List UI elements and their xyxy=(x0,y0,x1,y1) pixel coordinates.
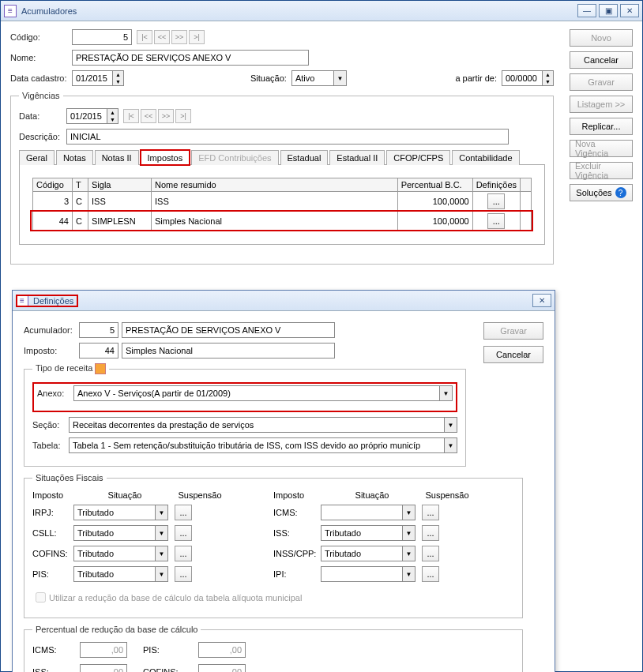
chevron-down-icon[interactable]: ▼ xyxy=(402,567,415,581)
chevron-down-icon[interactable]: ▼ xyxy=(439,386,452,400)
chevron-down-icon[interactable]: ▼ xyxy=(402,546,415,561)
chevron-down-icon[interactable]: ▼ xyxy=(402,505,415,520)
nav-first[interactable]: |< xyxy=(137,30,152,44)
sf-select[interactable]: Tributado▼ xyxy=(73,505,168,520)
maximize-button[interactable]: ▣ xyxy=(599,4,618,17)
listagem-button[interactable]: Listagem >> xyxy=(570,96,633,113)
tab-impostos[interactable]: Impostos xyxy=(141,150,190,165)
dialog-close-button[interactable]: ✕ xyxy=(532,294,551,307)
definicoes-button[interactable]: ... xyxy=(487,193,505,209)
chevron-down-icon[interactable]: ▼ xyxy=(155,567,167,581)
nav-last[interactable]: >| xyxy=(189,30,205,44)
sf-suspend-button[interactable]: ... xyxy=(175,546,192,561)
spin-down-icon[interactable]: ▼ xyxy=(542,78,553,85)
situacao-select[interactable]: Ativo▼ xyxy=(291,70,347,86)
vig-nav-first[interactable]: |< xyxy=(123,109,139,123)
tab-notas-ii[interactable]: Notas II xyxy=(95,150,139,165)
apartir-field[interactable]: 00/0000 ▲▼ xyxy=(502,70,554,86)
nova-vigencia-button[interactable]: Nova Vigência xyxy=(570,140,633,157)
spin-up-icon[interactable]: ▲ xyxy=(112,71,123,78)
tab-estadual-ii[interactable]: Estadual II xyxy=(329,150,385,165)
vig-nav-next[interactable]: >> xyxy=(158,109,174,123)
nome-label: Nome: xyxy=(10,53,72,62)
help-icon: ? xyxy=(615,187,626,198)
sf-select[interactable]: Tributado▼ xyxy=(73,566,168,582)
sf-label: INSS/CPP: xyxy=(273,549,321,558)
sf-select[interactable]: ▼ xyxy=(321,505,416,520)
grid-header[interactable]: T xyxy=(73,178,88,192)
perc-label: COFINS: xyxy=(143,667,190,672)
tab-contabilidade[interactable]: Contabilidade xyxy=(452,150,519,165)
perc-label: ISS: xyxy=(32,667,72,672)
perc-field: ,00 xyxy=(80,664,127,672)
nome-field[interactable]: PRESTAÇÃO DE SERVIÇOS ANEXO V xyxy=(72,50,309,66)
chevron-down-icon[interactable]: ▼ xyxy=(155,505,167,520)
sf-suspend-button[interactable]: ... xyxy=(175,566,192,582)
novo-button[interactable]: Novo xyxy=(570,29,633,47)
sf-suspend-button[interactable]: ... xyxy=(422,525,439,541)
sf-suspend-button[interactable]: ... xyxy=(422,505,439,520)
grid-header[interactable]: Definições xyxy=(472,178,520,192)
vig-desc-label: Descrição: xyxy=(19,132,66,141)
dialog-title: Definições xyxy=(33,296,73,306)
chevron-down-icon[interactable]: ▼ xyxy=(155,546,167,561)
nav-next[interactable]: >> xyxy=(171,30,187,44)
dlg-imp-label: Imposto: xyxy=(24,346,79,355)
anexo-label: Anexo: xyxy=(37,389,73,398)
sf-label: IPI: xyxy=(273,569,321,579)
sf-select[interactable]: Tributado▼ xyxy=(321,525,416,541)
spin-down-icon[interactable]: ▼ xyxy=(112,78,123,85)
dlg-acum-name: PRESTAÇÃO DE SERVIÇOS ANEXO V xyxy=(122,322,335,338)
chevron-down-icon[interactable]: ▼ xyxy=(333,71,346,85)
chevron-down-icon[interactable]: ▼ xyxy=(155,526,167,540)
definicoes-button[interactable]: ... xyxy=(487,213,505,229)
table-row[interactable]: 44CSIMPLESNSimples Nacional100,0000... xyxy=(33,212,532,231)
chevron-down-icon[interactable]: ▼ xyxy=(444,418,457,432)
excluir-vigencia-button[interactable]: Excluir Vigência xyxy=(570,162,633,179)
gravar-button[interactable]: Gravar xyxy=(570,73,633,91)
solucoes-button[interactable]: Soluções? xyxy=(570,184,633,201)
grid-header[interactable]: Percentual B.C. xyxy=(397,178,472,192)
tab-geral[interactable]: Geral xyxy=(19,150,55,165)
vig-nav-prev[interactable]: << xyxy=(141,109,156,123)
sf-select[interactable]: Tributado▼ xyxy=(73,525,168,541)
window-title: Acumuladores xyxy=(21,6,577,16)
grid-header[interactable]: Nome resumido xyxy=(152,178,398,192)
grid-header[interactable]: Sigla xyxy=(88,178,152,192)
tab-efd-contribui-es: EFD Contribuições xyxy=(191,150,278,165)
tab-estadual[interactable]: Estadual xyxy=(280,150,329,165)
sf-select[interactable]: Tributado▼ xyxy=(321,546,416,561)
tabela-select[interactable]: Tabela 1 - Sem retenção/substituição tri… xyxy=(69,437,457,453)
situacao-label: Situação: xyxy=(250,73,287,83)
definicoes-dialog: ≡ Definições ✕ Gravar Cancelar Acumulado… xyxy=(12,290,555,672)
sf-suspend-button[interactable]: ... xyxy=(175,525,192,541)
tab-cfop-cfps[interactable]: CFOP/CFPS xyxy=(386,150,450,165)
replicar-button[interactable]: Replicar... xyxy=(570,118,633,135)
anexo-select[interactable]: Anexo V - Serviços(A partir de 01/2009)▼ xyxy=(73,385,453,401)
vig-desc-field[interactable]: INICIAL xyxy=(66,129,509,145)
table-row[interactable]: 3CISSISS100,0000... xyxy=(33,192,532,212)
secao-select[interactable]: Receitas decorrentes da prestação de ser… xyxy=(69,417,457,433)
sf-suspend-button[interactable]: ... xyxy=(175,505,192,520)
codigo-field[interactable]: 5 xyxy=(72,29,132,45)
sf-suspend-button[interactable]: ... xyxy=(422,566,439,582)
grid-header[interactable]: Código xyxy=(33,178,73,192)
vig-data-field[interactable]: 01/2015 ▲▼ xyxy=(66,108,118,124)
chevron-down-icon[interactable]: ▼ xyxy=(444,438,457,452)
impostos-grid[interactable]: CódigoTSiglaNome resumidoPercentual B.C.… xyxy=(32,178,532,231)
dlg-gravar-button[interactable]: Gravar xyxy=(483,322,543,340)
vig-nav-last[interactable]: >| xyxy=(175,109,191,123)
minimize-button[interactable]: — xyxy=(577,4,596,17)
sf-select[interactable]: ▼ xyxy=(321,566,416,582)
cancelar-button[interactable]: Cancelar xyxy=(570,51,633,69)
dlg-cancelar-button[interactable]: Cancelar xyxy=(483,346,543,363)
sf-select[interactable]: Tributado▼ xyxy=(73,546,168,561)
nav-prev[interactable]: << xyxy=(154,30,170,44)
chevron-down-icon[interactable]: ▼ xyxy=(402,526,415,540)
tipo-receita-group: Tipo de receita Anexo: Anexo V - Serviço… xyxy=(24,363,466,467)
data-cadastro-field[interactable]: 01/2015 ▲▼ xyxy=(72,70,124,86)
close-button[interactable]: ✕ xyxy=(620,4,639,17)
sf-suspend-button[interactable]: ... xyxy=(422,546,439,561)
tab-notas[interactable]: Notas xyxy=(56,150,93,165)
spin-up-icon[interactable]: ▲ xyxy=(542,71,553,78)
